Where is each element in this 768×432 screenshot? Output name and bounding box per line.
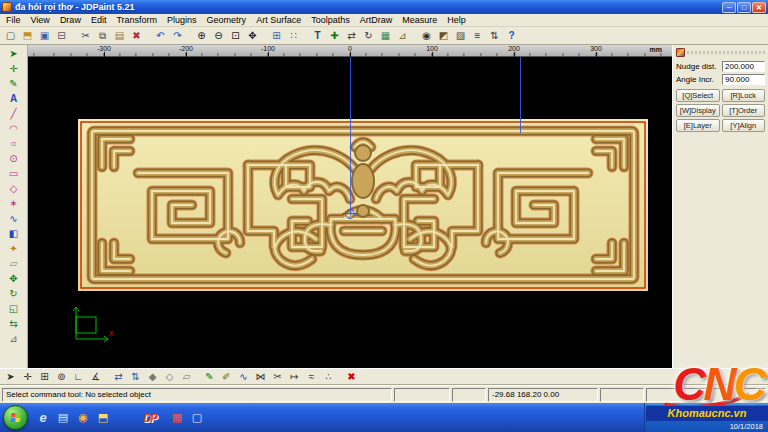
- select-arrow-icon[interactable]: ➤: [5, 46, 23, 61]
- ie-icon[interactable]: e: [34, 409, 52, 427]
- redo-icon[interactable]: ↷: [169, 28, 186, 43]
- red-app-icon[interactable]: ▦: [168, 409, 186, 427]
- measure-icon[interactable]: ⊿: [394, 28, 411, 43]
- mirror-tool-icon[interactable]: ⇆: [5, 316, 23, 331]
- flip-h-icon[interactable]: ⇄: [110, 369, 127, 384]
- media-player-icon[interactable]: ◉: [74, 409, 92, 427]
- node-select-icon[interactable]: ✛: [5, 61, 23, 76]
- render-view-icon[interactable]: ◩: [435, 28, 452, 43]
- taskbar-clock[interactable]: 10/1/2018: [730, 422, 763, 431]
- cut-icon[interactable]: ✂: [77, 28, 94, 43]
- grid-toggle-icon[interactable]: ⊞: [268, 28, 285, 43]
- pan-view-icon[interactable]: ✥: [244, 28, 261, 43]
- weld-icon[interactable]: ⋈: [252, 369, 269, 384]
- snap-toggle-icon[interactable]: ∷: [285, 28, 302, 43]
- paste-icon[interactable]: ▤: [111, 28, 128, 43]
- line-tool-icon[interactable]: ╱: [5, 106, 23, 121]
- smooth-icon[interactable]: ≈: [303, 369, 320, 384]
- snap-grid-icon[interactable]: ⊞: [36, 369, 53, 384]
- mirror-icon[interactable]: ⇄: [343, 28, 360, 43]
- arc-tool-icon[interactable]: ◠: [5, 121, 23, 136]
- trim-icon[interactable]: ✂: [269, 369, 286, 384]
- move-tool-icon[interactable]: ✥: [5, 271, 23, 286]
- scale-tool-icon[interactable]: ◱: [5, 301, 23, 316]
- circle-tool-icon[interactable]: ○: [5, 136, 23, 151]
- menu-item[interactable]: Geometry: [202, 15, 252, 25]
- start-button[interactable]: [3, 405, 28, 430]
- menu-item[interactable]: File: [1, 15, 26, 25]
- skew-icon[interactable]: ▱: [178, 369, 195, 384]
- panel-header[interactable]: [676, 47, 765, 58]
- delete-red-icon[interactable]: ✖: [343, 369, 360, 384]
- star-tool-icon[interactable]: ✶: [5, 196, 23, 211]
- layers-icon[interactable]: ≡: [469, 28, 486, 43]
- snap-center-icon[interactable]: ⊚: [53, 369, 70, 384]
- title-bar[interactable]: đa hỏi rọi thơ - JDPaint 5.21 ─ □ ✕: [0, 0, 768, 14]
- display-button[interactable]: [W]Display: [676, 104, 720, 117]
- minimize-button[interactable]: ─: [722, 2, 736, 13]
- menu-item[interactable]: Art Surface: [251, 15, 306, 25]
- print-icon[interactable]: ⊟: [53, 28, 70, 43]
- align-button[interactable]: [Y]Align: [722, 119, 766, 132]
- zoom-in-icon[interactable]: ⊕: [193, 28, 210, 43]
- jdpaint-launcher-icon[interactable]: DP: [141, 409, 159, 427]
- layer-button[interactable]: [E]Layer: [676, 119, 720, 132]
- nudge-input[interactable]: 200.000: [722, 61, 765, 72]
- save-file-icon[interactable]: ▣: [36, 28, 53, 43]
- ellipse-tool-icon[interactable]: ⊙: [5, 151, 23, 166]
- flip-v-icon[interactable]: ⇅: [127, 369, 144, 384]
- close-button[interactable]: ✕: [752, 2, 766, 13]
- camera-view-icon[interactable]: ◉: [418, 28, 435, 43]
- angle-snap-icon[interactable]: ∡: [87, 369, 104, 384]
- polygon-tool-icon[interactable]: ◇: [5, 181, 23, 196]
- simplify-icon[interactable]: ∴: [320, 369, 337, 384]
- pencil-icon[interactable]: ✐: [218, 369, 235, 384]
- menu-item[interactable]: Draw: [55, 15, 86, 25]
- pen-icon[interactable]: ✎: [201, 369, 218, 384]
- extend-icon[interactable]: ↦: [286, 369, 303, 384]
- relief-artwork[interactable]: [78, 119, 648, 291]
- zoom-out-icon[interactable]: ⊖: [210, 28, 227, 43]
- rect-tool-icon[interactable]: ▭: [5, 166, 23, 181]
- wireframe-view-icon[interactable]: ▨: [452, 28, 469, 43]
- lock-button[interactable]: [R]Lock: [722, 89, 766, 102]
- undo-icon[interactable]: ↶: [152, 28, 169, 43]
- diamond-fill-icon[interactable]: ◆: [144, 369, 161, 384]
- new-file-icon[interactable]: ▢: [2, 28, 19, 43]
- menu-item[interactable]: Measure: [397, 15, 442, 25]
- rotation-center-marker[interactable]: [345, 209, 355, 219]
- diamond-icon[interactable]: ◇: [161, 369, 178, 384]
- menu-item[interactable]: Transform: [111, 15, 162, 25]
- menu-item[interactable]: Plugins: [162, 15, 202, 25]
- menu-item[interactable]: Help: [442, 15, 471, 25]
- delete-icon[interactable]: ✖: [128, 28, 145, 43]
- menu-item[interactable]: Edit: [86, 15, 112, 25]
- text-tool-icon[interactable]: A: [5, 91, 23, 106]
- menu-item[interactable]: View: [26, 15, 55, 25]
- eraser-tool-icon[interactable]: ▱: [5, 256, 23, 271]
- order-button[interactable]: [T]Order: [722, 104, 766, 117]
- measure-tool-icon[interactable]: ⊿: [5, 331, 23, 346]
- eyedropper-tool-icon[interactable]: ✦: [5, 241, 23, 256]
- copy-icon[interactable]: ⧉: [94, 28, 111, 43]
- folder-icon[interactable]: ⬒: [94, 409, 112, 427]
- node-icon[interactable]: ✛: [19, 369, 36, 384]
- pen-tool-icon[interactable]: ✎: [5, 76, 23, 91]
- maximize-button[interactable]: □: [737, 2, 751, 13]
- help-icon[interactable]: ?: [503, 28, 520, 43]
- angle-input[interactable]: 90.000: [722, 74, 765, 85]
- curve-icon[interactable]: ∿: [235, 369, 252, 384]
- menu-item[interactable]: Toolpaths: [306, 15, 355, 25]
- rotate-tool-icon[interactable]: ↻: [5, 286, 23, 301]
- ortho-icon[interactable]: ∟: [70, 369, 87, 384]
- order-icon[interactable]: ⇅: [486, 28, 503, 43]
- open-folder-icon[interactable]: ⬒: [19, 28, 36, 43]
- node-edit-icon[interactable]: ✚: [326, 28, 343, 43]
- white-app-icon[interactable]: ▢: [188, 409, 206, 427]
- menu-item[interactable]: ArtDraw: [355, 15, 398, 25]
- array-icon[interactable]: ▦: [377, 28, 394, 43]
- text-tool-icon[interactable]: T: [309, 28, 326, 43]
- fill-tool-icon[interactable]: ◧: [5, 226, 23, 241]
- show-desktop-icon[interactable]: ▤: [54, 409, 72, 427]
- panel-grip[interactable]: [687, 51, 765, 54]
